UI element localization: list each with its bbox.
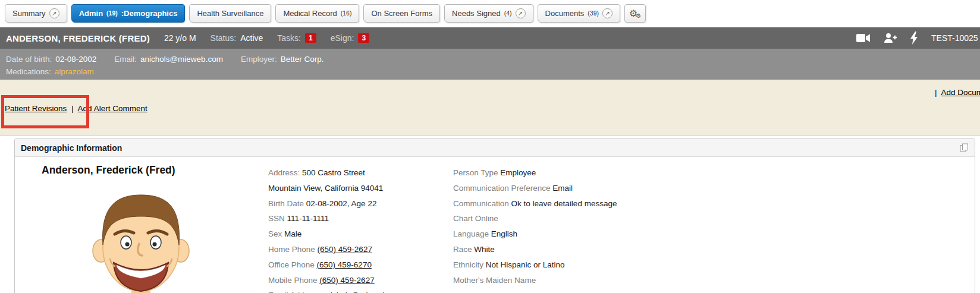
status-value: Active xyxy=(240,33,263,43)
tab-label-suffix: :Demographics xyxy=(121,9,178,18)
field-value: Employee xyxy=(500,168,536,177)
tab-label: Health Surveillance xyxy=(197,9,263,18)
open-new-window-icon[interactable]: ↗ xyxy=(602,8,612,18)
demographic-panel: Demographic Information Anderson, Freder… xyxy=(14,138,975,293)
email-address-link[interactable]: anichols@mieweb.com xyxy=(322,291,404,293)
field-office-phone: Office Phone (650) 459-6270 xyxy=(268,257,404,273)
tab-label: On Screen Forms xyxy=(371,9,432,18)
status-group: Status: Active xyxy=(211,33,263,43)
field-value: White xyxy=(474,245,495,254)
tasks-label: Tasks: xyxy=(277,33,301,43)
field-label: Ethnicity xyxy=(453,260,483,269)
field-value: 111-11-1111 xyxy=(287,214,329,223)
tab-count: (4) xyxy=(504,10,512,17)
field-label: Race xyxy=(453,245,472,254)
field-chart-online: Chart Online xyxy=(453,211,617,226)
revision-links-row: Patient Revisions | Add Alert Comment xyxy=(5,104,147,113)
field-label: Birth Date xyxy=(268,199,304,208)
tab-summary[interactable]: Summary ↗ xyxy=(5,4,67,23)
field-sex: Sex Male xyxy=(268,226,404,242)
gear-small-icon: ⚙ xyxy=(636,12,641,19)
field-label: Communication Preference xyxy=(453,184,551,193)
patient-revisions-link[interactable]: Patient Revisions xyxy=(5,104,67,113)
dob-label: Date of birth: xyxy=(6,55,52,64)
add-alert-comment-link[interactable]: Add Alert Comment xyxy=(78,104,147,113)
tab-label: Admin xyxy=(79,9,103,18)
patient-display-name: Anderson, Frederick (Fred) xyxy=(42,164,175,177)
patient-info-line-2: Medications: alprazolam xyxy=(6,65,980,78)
mobile-phone-link[interactable]: (650) 459-2627 xyxy=(319,276,374,285)
field-label: SSN xyxy=(268,214,285,223)
field-value: Ok to leave detailed message xyxy=(511,199,617,208)
office-phone-link[interactable]: (650) 459-6270 xyxy=(317,260,372,269)
demographics-left-column: Address: 500 Castro Street Mountain View… xyxy=(268,165,404,293)
field-address-line2: Mountain View, California 94041 xyxy=(268,181,404,196)
field-value: Not Hispanic or Latino xyxy=(486,260,565,269)
field-label: Mother's Maiden Name xyxy=(453,276,536,285)
settings-gear-button[interactable]: ⚙ ⚙ xyxy=(624,4,646,23)
esign-label: eSign: xyxy=(331,33,354,43)
field-mobile-phone: Mobile Phone (650) 459-2627 xyxy=(268,273,404,288)
demographics-right-column: Person Type Employee Communication Prefe… xyxy=(453,165,617,288)
field-label: Mobile Phone xyxy=(268,276,318,285)
document-copy-icon[interactable] xyxy=(960,143,969,152)
tab-medical-record[interactable]: Medical Record (16) xyxy=(275,4,359,23)
field-value: Mountain View, California 94041 xyxy=(268,184,383,193)
open-new-window-icon[interactable]: ↗ xyxy=(49,8,59,18)
tab-count: (19) xyxy=(106,10,118,17)
field-value: English xyxy=(491,229,517,238)
dob-value: 02-08-2002 xyxy=(55,55,96,64)
field-label: Email Address xyxy=(268,291,319,293)
email-group: Email: anichols@mieweb.com xyxy=(114,55,223,64)
tab-label: Medical Record xyxy=(283,9,337,18)
medications-label: Medications: xyxy=(6,67,51,76)
tasks-count-badge[interactable]: 1 xyxy=(305,33,316,43)
field-communication-preference: Communication Preference Email xyxy=(453,181,617,196)
email-value: anichols@mieweb.com xyxy=(140,55,223,64)
field-label: Language xyxy=(453,229,489,238)
field-label: Chart Online xyxy=(453,214,498,223)
field-address: Address: 500 Castro Street xyxy=(268,165,404,181)
tab-needs-signed[interactable]: Needs Signed (4) ↗ xyxy=(444,4,533,23)
field-value: 02-08-2002, Age 22 xyxy=(306,199,377,208)
video-visit-icon[interactable] xyxy=(856,33,871,43)
demographic-panel-header: Demographic Information xyxy=(15,139,975,157)
tasks-group: Tasks: 1 xyxy=(277,33,316,43)
main-content: Demographic Information Anderson, Freder… xyxy=(0,136,980,293)
patient-avatar xyxy=(76,183,206,293)
dob-group: Date of birth: 02-08-2002 xyxy=(6,55,96,64)
field-communication: Communication Ok to leave detailed messa… xyxy=(453,196,617,212)
field-label: Home Phone xyxy=(268,245,315,254)
add-document-link[interactable]: Add Document xyxy=(941,88,980,97)
tab-health-surveillance[interactable]: Health Surveillance xyxy=(189,4,271,23)
status-label: Status: xyxy=(211,33,237,43)
patient-avatar-image xyxy=(76,183,206,293)
patient-info-bar: Date of birth: 02-08-2002 Email: anichol… xyxy=(0,49,980,80)
tab-label: Summary xyxy=(12,9,46,18)
field-label: Communication xyxy=(453,199,509,208)
chart-tab-bar: Summary ↗ Admin (19) :Demographics Healt… xyxy=(0,0,980,27)
lightning-bolt-icon[interactable] xyxy=(910,31,918,45)
field-value: Male xyxy=(284,229,301,238)
home-phone-link[interactable]: (650) 459-2627 xyxy=(318,245,372,254)
demographic-panel-body: Anderson, Frederick (Fred) xyxy=(15,157,975,293)
open-new-window-icon[interactable]: ↗ xyxy=(516,8,526,18)
field-email-address: Email Address anichols@mieweb.com xyxy=(268,288,404,293)
action-strip: | Add Document Patient Revisions | Add A… xyxy=(0,80,980,136)
field-ssn: SSN 111-11-1111 xyxy=(268,211,404,226)
patient-age-sex: 22 y/o M xyxy=(164,33,196,43)
tab-documents[interactable]: Documents (39) ↗ xyxy=(538,4,620,23)
esign-count-badge[interactable]: 3 xyxy=(358,33,369,43)
field-person-type: Person Type Employee xyxy=(453,165,617,181)
field-value: Email xyxy=(552,184,573,193)
tab-admin-demographics[interactable]: Admin (19) :Demographics xyxy=(71,4,186,23)
patient-name: ANDERSON, FREDERICK (FRED) xyxy=(6,33,150,43)
panel-title: Demographic Information xyxy=(21,143,122,153)
employer-value: Better Corp. xyxy=(281,55,324,64)
employer-group: Employer: Better Corp. xyxy=(241,55,324,64)
add-person-icon[interactable] xyxy=(884,33,897,43)
field-label: Person Type xyxy=(453,168,498,177)
field-label: Sex xyxy=(268,229,282,238)
medications-value[interactable]: alprazolam xyxy=(55,67,94,76)
tab-on-screen-forms[interactable]: On Screen Forms xyxy=(363,4,440,23)
